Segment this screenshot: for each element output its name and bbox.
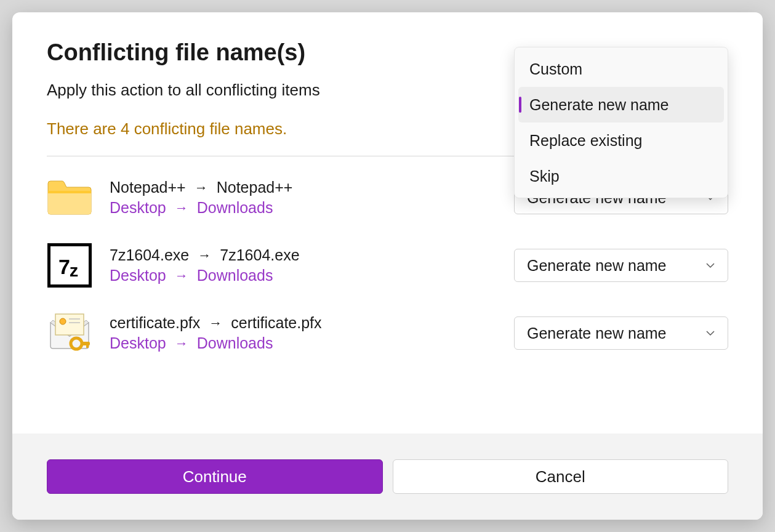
dropdown-option-skip[interactable]: Skip	[518, 158, 724, 194]
dst-path-link[interactable]: Downloads	[197, 334, 273, 352]
chevron-down-icon	[705, 260, 715, 270]
file-info: 7z1604.exe → 7z1604.exe Desktop → Downlo…	[110, 246, 497, 284]
src-name: 7z1604.exe	[110, 246, 189, 264]
file-names: 7z1604.exe → 7z1604.exe	[110, 246, 497, 264]
file-paths: Desktop → Downloads	[110, 199, 497, 217]
continue-button[interactable]: Continue	[47, 459, 383, 494]
file-info: Notepad++ → Notepad++ Desktop → Download…	[110, 179, 497, 217]
arrow-right-icon: →	[175, 336, 188, 352]
src-name: certificate.pfx	[110, 314, 200, 332]
dst-name: certificate.pfx	[231, 314, 321, 332]
svg-text:7: 7	[58, 255, 70, 278]
dst-path-link[interactable]: Downloads	[197, 267, 273, 284]
conflict-item: certificate.pfx → certificate.pfx Deskto…	[47, 314, 728, 352]
file-names: Notepad++ → Notepad++	[110, 179, 497, 196]
conflict-item: 7 z 7z1604.exe → 7z1604.exe Desktop → Do…	[47, 246, 728, 284]
svg-point-4	[60, 318, 66, 324]
apply-all-dropdown-menu: Custom Generate new name Replace existin…	[514, 47, 728, 198]
chevron-down-icon	[705, 328, 715, 338]
certificate-icon	[47, 315, 92, 352]
file-paths: Desktop → Downloads	[110, 334, 497, 352]
file-paths: Desktop → Downloads	[110, 267, 497, 284]
conflict-list: Notepad++ → Notepad++ Desktop → Download…	[47, 179, 728, 352]
src-path-link[interactable]: Desktop	[110, 334, 166, 352]
arrow-right-icon: →	[209, 315, 222, 331]
arrow-right-icon: →	[175, 268, 188, 284]
dropdown-option-replace-existing[interactable]: Replace existing	[518, 123, 724, 158]
action-dropdown[interactable]: Generate new name	[514, 249, 728, 282]
src-name: Notepad++	[110, 179, 186, 196]
dropdown-value: Generate new name	[527, 324, 667, 342]
dropdown-value: Generate new name	[527, 257, 667, 275]
dropdown-option-generate-new-name[interactable]: Generate new name	[518, 87, 724, 123]
dialog-footer: Continue Cancel	[12, 433, 763, 520]
dst-path-link[interactable]: Downloads	[197, 199, 273, 217]
conflict-dialog: Conflicting file name(s) Apply this acti…	[12, 12, 763, 520]
svg-rect-9	[86, 342, 89, 348]
src-path-link[interactable]: Desktop	[110, 267, 166, 284]
dst-name: 7z1604.exe	[220, 246, 299, 264]
sevenzip-icon: 7 z	[47, 247, 92, 284]
cancel-button[interactable]: Cancel	[393, 459, 729, 494]
arrow-right-icon: →	[195, 180, 208, 196]
arrow-right-icon: →	[175, 200, 188, 216]
src-path-link[interactable]: Desktop	[110, 199, 166, 217]
dropdown-option-custom[interactable]: Custom	[518, 51, 724, 87]
svg-rect-3	[55, 314, 84, 335]
file-info: certificate.pfx → certificate.pfx Deskto…	[110, 314, 497, 352]
folder-icon	[47, 179, 92, 216]
arrow-right-icon: →	[198, 248, 211, 264]
action-dropdown[interactable]: Generate new name	[514, 316, 728, 350]
svg-text:z: z	[70, 261, 78, 280]
file-names: certificate.pfx → certificate.pfx	[110, 314, 497, 332]
dst-name: Notepad++	[217, 179, 293, 196]
